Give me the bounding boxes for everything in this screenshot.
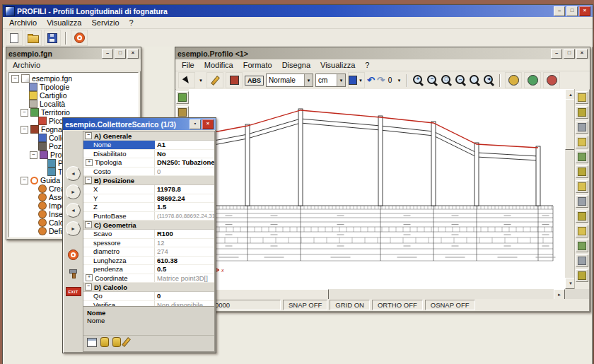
- manhole-shape[interactable]: [245, 124, 250, 206]
- prop-group-b-posizione[interactable]: −B) Posizione: [83, 176, 214, 185]
- prop-key-pendenza[interactable]: pendenza: [83, 265, 155, 274]
- prop-key-y[interactable]: Y: [83, 194, 155, 203]
- profile-titlebar[interactable]: esempio.Profilo <1> – □ ×: [175, 47, 590, 59]
- horizontal-scrollbar[interactable]: ◄ ►: [189, 289, 565, 299]
- prop-group-a-generale[interactable]: −A) Generale: [83, 131, 214, 141]
- prop-value-x[interactable]: 11978.8: [155, 185, 214, 194]
- prop-row-z[interactable]: Z1.5: [83, 203, 214, 212]
- tree-item-localit[interactable]: Località: [9, 100, 138, 108]
- profile-side-tool-3-button[interactable]: [576, 121, 588, 134]
- zoom-in-icon[interactable]: +: [412, 74, 424, 86]
- tree-minimize-button[interactable]: –: [102, 49, 113, 59]
- export-data-button[interactable]: [112, 337, 121, 350]
- minimize-button[interactable]: –: [554, 6, 565, 16]
- profile-side-tool-9-button[interactable]: [576, 210, 588, 223]
- prop-key-nome[interactable]: Nome: [83, 141, 155, 149]
- prop-value-lunghezza[interactable]: 610.38: [155, 257, 214, 265]
- grid-toggle[interactable]: GRID ON: [330, 300, 370, 310]
- prop-row-nome[interactable]: NomeA1: [83, 141, 214, 150]
- tree-expander-icon[interactable]: −: [11, 75, 19, 83]
- group-collapse-icon[interactable]: −: [85, 221, 92, 228]
- property-close-button[interactable]: ×: [202, 119, 214, 129]
- prop-row-disabilitato[interactable]: DisabilitatoNo: [83, 150, 214, 159]
- edit-data-button[interactable]: [124, 337, 128, 350]
- tree-maximize-button[interactable]: □: [115, 49, 126, 59]
- prop-value-nome[interactable]: A1: [155, 141, 214, 149]
- save-data-button[interactable]: [100, 337, 109, 350]
- next-item-button[interactable]: ►: [66, 221, 81, 236]
- text-style-select[interactable]: Normale▼: [266, 74, 313, 87]
- maximize-button[interactable]: □: [566, 6, 578, 16]
- prop-group-c-geometria[interactable]: −C) Geometria: [83, 221, 214, 230]
- undo-steps-options-icon[interactable]: ▼: [395, 78, 402, 83]
- select-tool-button[interactable]: [178, 72, 195, 88]
- profile-drawing-canvas[interactable]: x: [189, 89, 565, 289]
- tree-item-esempio-fgn[interactable]: −esempio.fgn: [9, 74, 138, 83]
- osnap-toggle[interactable]: OSNAP OFF: [425, 300, 475, 310]
- help-lifebuoy-icon[interactable]: [68, 249, 78, 260]
- chevron-down-icon[interactable]: ▼: [304, 74, 313, 86]
- prop-group-d-calcolo[interactable]: −D) Calcolo: [83, 283, 214, 292]
- ortho-toggle[interactable]: ORTHO OFF: [372, 300, 423, 310]
- row-expand-icon[interactable]: +: [86, 159, 93, 166]
- zoom-out-icon[interactable]: −: [426, 74, 438, 86]
- group-collapse-icon[interactable]: −: [85, 177, 92, 184]
- redo-button-icon[interactable]: ↷: [377, 76, 385, 85]
- zoom-all-icon[interactable]: [469, 74, 481, 86]
- prop-row-coordinate[interactable]: +CoordinateMatrice point3D[]: [83, 274, 214, 283]
- tools-hammer-icon[interactable]: [69, 268, 78, 278]
- profile-side-tool-11-button[interactable]: [576, 240, 588, 252]
- prop-row-puntobase[interactable]: PuntoBase(11978.80,88692.24,31.92): [83, 212, 214, 221]
- prop-value-pendenza[interactable]: 0.5: [155, 265, 214, 274]
- tree-item-tipologie[interactable]: Tipologie: [9, 83, 138, 91]
- prop-key-tipologia[interactable]: +Tipologia: [83, 158, 155, 167]
- main-menu-visualizza[interactable]: Visualizza: [42, 18, 86, 28]
- prop-key-scavo[interactable]: Scavo: [83, 230, 155, 238]
- profile-side-tool-1-button[interactable]: [576, 91, 588, 104]
- open-file-button[interactable]: [25, 30, 42, 46]
- help-button[interactable]: [71, 30, 88, 46]
- draw-tool-button[interactable]: [206, 72, 223, 88]
- profile-menu-disegna[interactable]: Disegna: [277, 60, 315, 70]
- prop-value-y[interactable]: 88692.24: [155, 194, 214, 203]
- tree-expander-icon[interactable]: −: [30, 151, 37, 159]
- profile-menu-formato[interactable]: Formato: [238, 60, 277, 70]
- main-menu-archivio[interactable]: Archivio: [4, 18, 42, 28]
- prop-key-costo[interactable]: Costo: [83, 168, 155, 176]
- prop-row-scavo[interactable]: ScavoR100: [83, 230, 214, 239]
- info-tool-button[interactable]: [543, 72, 560, 88]
- manhole-shape[interactable]: [536, 146, 540, 206]
- pan-tool-button[interactable]: [505, 72, 522, 88]
- prop-row-spessore[interactable]: spessore12: [83, 239, 214, 248]
- undo-button-icon[interactable]: ↶: [367, 76, 375, 85]
- profile-side-tool-13-button[interactable]: [576, 269, 588, 282]
- new-file-button[interactable]: [6, 30, 23, 46]
- prop-row-qo[interactable]: Qo0: [83, 292, 214, 301]
- tree-expander-icon[interactable]: −: [21, 177, 28, 184]
- profile-side-tool-8-button[interactable]: [576, 195, 588, 208]
- chevron-down-icon[interactable]: ▼: [357, 78, 364, 83]
- prop-value-z[interactable]: 1.5: [155, 203, 214, 211]
- prop-key-puntobase[interactable]: PuntoBase: [83, 212, 155, 221]
- group-collapse-icon[interactable]: −: [85, 283, 92, 290]
- profile-side-tool-10-button[interactable]: [576, 225, 588, 237]
- profile-maximize-button[interactable]: □: [564, 49, 575, 59]
- vertical-scrollbar[interactable]: ▲ ▼: [565, 89, 575, 289]
- chevron-down-icon[interactable]: ▼: [337, 74, 345, 86]
- prop-key-lunghezza[interactable]: Lunghezza: [83, 257, 155, 265]
- prop-key-qo[interactable]: Qo: [83, 292, 155, 300]
- tree-titlebar[interactable]: esempio.fgn – □ ×: [6, 47, 141, 59]
- property-titlebar[interactable]: esempio.CollettoreScarico (1/3) ▪ ×: [63, 118, 216, 130]
- tree-close-button[interactable]: ×: [127, 49, 139, 59]
- prop-value-disabilitato[interactable]: No: [155, 150, 214, 158]
- zoom-extents-icon[interactable]: ↔: [455, 74, 467, 86]
- prop-key-verifica[interactable]: Verifica: [83, 301, 155, 307]
- prop-value-qo[interactable]: 0: [155, 292, 214, 300]
- prev-collector-button[interactable]: ◄: [66, 166, 81, 181]
- tree-expander-icon[interactable]: −: [21, 109, 28, 117]
- prop-row-y[interactable]: Y88692.24: [83, 194, 214, 204]
- profile-minimize-button[interactable]: –: [551, 49, 562, 59]
- prop-row-x[interactable]: X11978.8: [83, 185, 214, 194]
- pin-button[interactable]: ▪: [190, 119, 201, 129]
- main-menu-servizio[interactable]: Servizio: [86, 18, 124, 28]
